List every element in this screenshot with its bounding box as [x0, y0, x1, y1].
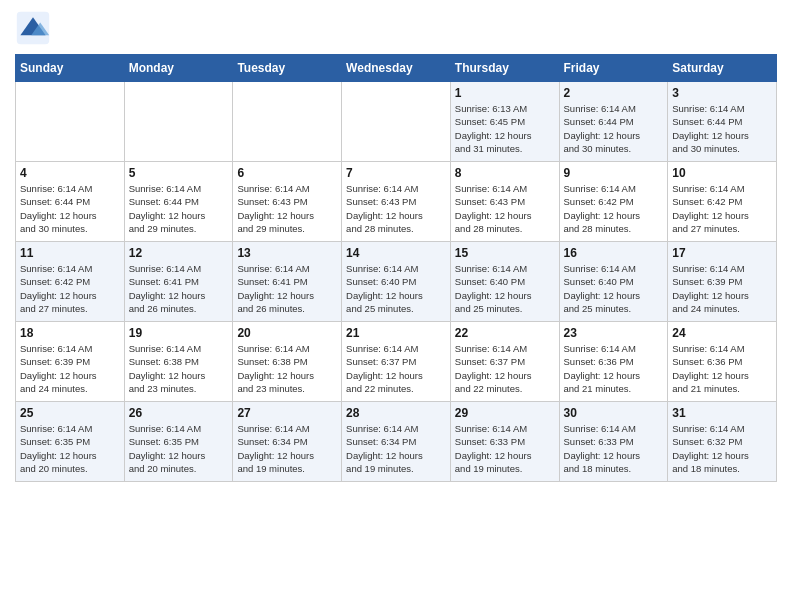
- calendar-cell: 5Sunrise: 6:14 AM Sunset: 6:44 PM Daylig…: [124, 162, 233, 242]
- day-info: Sunrise: 6:14 AM Sunset: 6:41 PM Dayligh…: [237, 262, 337, 315]
- day-info: Sunrise: 6:13 AM Sunset: 6:45 PM Dayligh…: [455, 102, 555, 155]
- calendar-cell: 16Sunrise: 6:14 AM Sunset: 6:40 PM Dayli…: [559, 242, 668, 322]
- calendar-cell: 8Sunrise: 6:14 AM Sunset: 6:43 PM Daylig…: [450, 162, 559, 242]
- calendar-cell: 28Sunrise: 6:14 AM Sunset: 6:34 PM Dayli…: [342, 402, 451, 482]
- calendar-cell: 17Sunrise: 6:14 AM Sunset: 6:39 PM Dayli…: [668, 242, 777, 322]
- day-info: Sunrise: 6:14 AM Sunset: 6:40 PM Dayligh…: [564, 262, 664, 315]
- day-number: 26: [129, 406, 229, 420]
- day-info: Sunrise: 6:14 AM Sunset: 6:42 PM Dayligh…: [20, 262, 120, 315]
- day-number: 25: [20, 406, 120, 420]
- calendar-cell: 23Sunrise: 6:14 AM Sunset: 6:36 PM Dayli…: [559, 322, 668, 402]
- calendar-table: SundayMondayTuesdayWednesdayThursdayFrid…: [15, 54, 777, 482]
- day-info: Sunrise: 6:14 AM Sunset: 6:39 PM Dayligh…: [672, 262, 772, 315]
- day-info: Sunrise: 6:14 AM Sunset: 6:40 PM Dayligh…: [346, 262, 446, 315]
- day-number: 12: [129, 246, 229, 260]
- day-number: 4: [20, 166, 120, 180]
- day-info: Sunrise: 6:14 AM Sunset: 6:34 PM Dayligh…: [237, 422, 337, 475]
- calendar-cell: 25Sunrise: 6:14 AM Sunset: 6:35 PM Dayli…: [16, 402, 125, 482]
- header: [15, 10, 777, 46]
- logo: [15, 10, 55, 46]
- day-number: 7: [346, 166, 446, 180]
- day-header-wednesday: Wednesday: [342, 55, 451, 82]
- day-number: 19: [129, 326, 229, 340]
- day-header-sunday: Sunday: [16, 55, 125, 82]
- calendar-cell: 20Sunrise: 6:14 AM Sunset: 6:38 PM Dayli…: [233, 322, 342, 402]
- day-info: Sunrise: 6:14 AM Sunset: 6:33 PM Dayligh…: [455, 422, 555, 475]
- day-number: 31: [672, 406, 772, 420]
- day-info: Sunrise: 6:14 AM Sunset: 6:42 PM Dayligh…: [672, 182, 772, 235]
- calendar-cell: 14Sunrise: 6:14 AM Sunset: 6:40 PM Dayli…: [342, 242, 451, 322]
- calendar-cell: [16, 82, 125, 162]
- day-info: Sunrise: 6:14 AM Sunset: 6:34 PM Dayligh…: [346, 422, 446, 475]
- calendar-cell: 12Sunrise: 6:14 AM Sunset: 6:41 PM Dayli…: [124, 242, 233, 322]
- day-number: 28: [346, 406, 446, 420]
- day-number: 5: [129, 166, 229, 180]
- day-info: Sunrise: 6:14 AM Sunset: 6:36 PM Dayligh…: [564, 342, 664, 395]
- day-info: Sunrise: 6:14 AM Sunset: 6:44 PM Dayligh…: [672, 102, 772, 155]
- day-info: Sunrise: 6:14 AM Sunset: 6:41 PM Dayligh…: [129, 262, 229, 315]
- calendar-cell: 3Sunrise: 6:14 AM Sunset: 6:44 PM Daylig…: [668, 82, 777, 162]
- day-number: 18: [20, 326, 120, 340]
- calendar-cell: [233, 82, 342, 162]
- day-info: Sunrise: 6:14 AM Sunset: 6:38 PM Dayligh…: [237, 342, 337, 395]
- calendar-cell: 13Sunrise: 6:14 AM Sunset: 6:41 PM Dayli…: [233, 242, 342, 322]
- day-number: 1: [455, 86, 555, 100]
- day-number: 2: [564, 86, 664, 100]
- day-info: Sunrise: 6:14 AM Sunset: 6:37 PM Dayligh…: [455, 342, 555, 395]
- day-info: Sunrise: 6:14 AM Sunset: 6:35 PM Dayligh…: [20, 422, 120, 475]
- day-number: 15: [455, 246, 555, 260]
- day-header-friday: Friday: [559, 55, 668, 82]
- calendar-cell: 15Sunrise: 6:14 AM Sunset: 6:40 PM Dayli…: [450, 242, 559, 322]
- day-info: Sunrise: 6:14 AM Sunset: 6:35 PM Dayligh…: [129, 422, 229, 475]
- calendar-cell: 6Sunrise: 6:14 AM Sunset: 6:43 PM Daylig…: [233, 162, 342, 242]
- day-number: 22: [455, 326, 555, 340]
- day-info: Sunrise: 6:14 AM Sunset: 6:39 PM Dayligh…: [20, 342, 120, 395]
- calendar-cell: 18Sunrise: 6:14 AM Sunset: 6:39 PM Dayli…: [16, 322, 125, 402]
- calendar-cell: 31Sunrise: 6:14 AM Sunset: 6:32 PM Dayli…: [668, 402, 777, 482]
- calendar-cell: 26Sunrise: 6:14 AM Sunset: 6:35 PM Dayli…: [124, 402, 233, 482]
- calendar-cell: 21Sunrise: 6:14 AM Sunset: 6:37 PM Dayli…: [342, 322, 451, 402]
- day-number: 30: [564, 406, 664, 420]
- day-number: 11: [20, 246, 120, 260]
- day-info: Sunrise: 6:14 AM Sunset: 6:33 PM Dayligh…: [564, 422, 664, 475]
- day-number: 6: [237, 166, 337, 180]
- calendar-cell: 29Sunrise: 6:14 AM Sunset: 6:33 PM Dayli…: [450, 402, 559, 482]
- day-info: Sunrise: 6:14 AM Sunset: 6:36 PM Dayligh…: [672, 342, 772, 395]
- calendar-cell: 22Sunrise: 6:14 AM Sunset: 6:37 PM Dayli…: [450, 322, 559, 402]
- day-info: Sunrise: 6:14 AM Sunset: 6:43 PM Dayligh…: [346, 182, 446, 235]
- day-info: Sunrise: 6:14 AM Sunset: 6:43 PM Dayligh…: [237, 182, 337, 235]
- day-info: Sunrise: 6:14 AM Sunset: 6:44 PM Dayligh…: [20, 182, 120, 235]
- day-number: 13: [237, 246, 337, 260]
- calendar-cell: 2Sunrise: 6:14 AM Sunset: 6:44 PM Daylig…: [559, 82, 668, 162]
- calendar-cell: 4Sunrise: 6:14 AM Sunset: 6:44 PM Daylig…: [16, 162, 125, 242]
- calendar-cell: 27Sunrise: 6:14 AM Sunset: 6:34 PM Dayli…: [233, 402, 342, 482]
- calendar-cell: 24Sunrise: 6:14 AM Sunset: 6:36 PM Dayli…: [668, 322, 777, 402]
- day-number: 24: [672, 326, 772, 340]
- calendar-cell: 19Sunrise: 6:14 AM Sunset: 6:38 PM Dayli…: [124, 322, 233, 402]
- day-info: Sunrise: 6:14 AM Sunset: 6:44 PM Dayligh…: [564, 102, 664, 155]
- calendar-cell: [124, 82, 233, 162]
- day-info: Sunrise: 6:14 AM Sunset: 6:42 PM Dayligh…: [564, 182, 664, 235]
- day-number: 21: [346, 326, 446, 340]
- day-info: Sunrise: 6:14 AM Sunset: 6:43 PM Dayligh…: [455, 182, 555, 235]
- day-number: 29: [455, 406, 555, 420]
- day-number: 17: [672, 246, 772, 260]
- day-number: 14: [346, 246, 446, 260]
- day-number: 3: [672, 86, 772, 100]
- day-info: Sunrise: 6:14 AM Sunset: 6:37 PM Dayligh…: [346, 342, 446, 395]
- logo-icon: [15, 10, 51, 46]
- calendar-cell: 1Sunrise: 6:13 AM Sunset: 6:45 PM Daylig…: [450, 82, 559, 162]
- calendar-cell: 7Sunrise: 6:14 AM Sunset: 6:43 PM Daylig…: [342, 162, 451, 242]
- calendar-cell: 9Sunrise: 6:14 AM Sunset: 6:42 PM Daylig…: [559, 162, 668, 242]
- calendar-cell: 10Sunrise: 6:14 AM Sunset: 6:42 PM Dayli…: [668, 162, 777, 242]
- day-header-thursday: Thursday: [450, 55, 559, 82]
- calendar-cell: 11Sunrise: 6:14 AM Sunset: 6:42 PM Dayli…: [16, 242, 125, 322]
- day-info: Sunrise: 6:14 AM Sunset: 6:32 PM Dayligh…: [672, 422, 772, 475]
- day-number: 8: [455, 166, 555, 180]
- day-header-saturday: Saturday: [668, 55, 777, 82]
- day-number: 20: [237, 326, 337, 340]
- day-number: 23: [564, 326, 664, 340]
- calendar-cell: [342, 82, 451, 162]
- calendar-cell: 30Sunrise: 6:14 AM Sunset: 6:33 PM Dayli…: [559, 402, 668, 482]
- day-number: 9: [564, 166, 664, 180]
